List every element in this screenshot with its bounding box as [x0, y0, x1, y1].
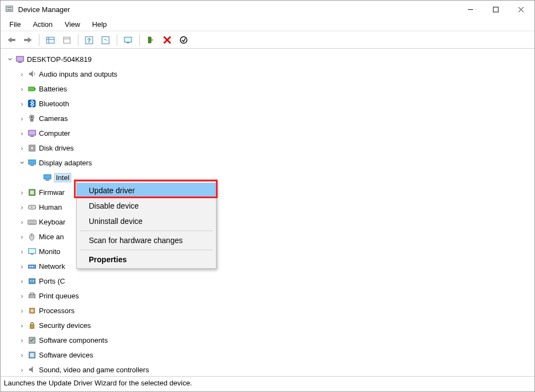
- tree-node-label: Software components: [39, 336, 108, 344]
- context-menu-item[interactable]: Update driver: [77, 183, 216, 198]
- chevron-right-icon[interactable]: ›: [18, 204, 26, 211]
- context-menu-item[interactable]: Disable device: [77, 198, 216, 214]
- tree-node[interactable]: ›Print queues: [3, 289, 532, 303]
- chevron-right-icon[interactable]: ›: [18, 307, 26, 315]
- svg-rect-4: [493, 7, 498, 12]
- svg-rect-26: [35, 88, 36, 90]
- chevron-right-icon[interactable]: ›: [18, 351, 26, 359]
- chevron-right-icon[interactable]: ›: [18, 322, 26, 330]
- tree-node[interactable]: ›Sound, video and game controllers: [3, 362, 532, 376]
- sound-icon: [27, 365, 37, 375]
- toolbar-separator: [39, 34, 39, 46]
- disk-icon: [27, 143, 37, 153]
- chevron-right-icon[interactable]: ›: [18, 263, 26, 270]
- scan-button[interactable]: [98, 33, 113, 47]
- titlebar: Device Manager: [1, 1, 534, 18]
- chevron-down-icon[interactable]: ⌄: [6, 53, 14, 62]
- forward-button[interactable]: [20, 33, 36, 47]
- svg-rect-18: [127, 42, 129, 43]
- disable-button[interactable]: [176, 33, 191, 47]
- close-button[interactable]: [508, 1, 533, 18]
- tree-node[interactable]: ›Computer: [3, 126, 532, 141]
- svg-rect-36: [30, 165, 34, 166]
- svg-rect-2: [7, 9, 12, 10]
- svg-rect-64: [30, 353, 34, 357]
- svg-rect-23: [16, 56, 24, 61]
- chevron-right-icon[interactable]: ›: [18, 145, 26, 152]
- chevron-right-icon[interactable]: ›: [18, 115, 26, 123]
- chevron-right-icon[interactable]: ›: [18, 292, 26, 300]
- camera-icon: [27, 114, 37, 124]
- context-menu-item[interactable]: Properties: [77, 252, 216, 267]
- chevron-right-icon[interactable]: ›: [18, 71, 26, 78]
- menu-file[interactable]: File: [4, 19, 26, 30]
- menu-action[interactable]: Action: [27, 19, 58, 30]
- chevron-down-icon[interactable]: ⌄: [18, 156, 26, 166]
- tree-node-label: Keyboar: [39, 218, 65, 226]
- svg-rect-17: [124, 37, 132, 42]
- tree-node[interactable]: ›Ports (C: [3, 274, 532, 289]
- chevron-right-icon[interactable]: ›: [18, 130, 26, 137]
- tree-node[interactable]: ›Software devices: [3, 348, 532, 362]
- menu-view[interactable]: View: [59, 19, 86, 30]
- back-button[interactable]: [4, 33, 19, 47]
- svg-rect-58: [30, 298, 34, 299]
- update-driver-button[interactable]: [143, 33, 158, 47]
- tree-node[interactable]: ›Security devices: [3, 318, 532, 333]
- show-hidden-button[interactable]: [43, 33, 58, 47]
- tree-node-label: Monito: [39, 247, 60, 256]
- uninstall-button[interactable]: [160, 33, 175, 47]
- svg-rect-16: [102, 37, 109, 44]
- svg-rect-60: [31, 309, 33, 312]
- chevron-right-icon[interactable]: ›: [18, 278, 26, 285]
- chevron-right-icon[interactable]: ›: [18, 337, 26, 344]
- minimize-button[interactable]: [458, 1, 483, 18]
- svg-rect-48: [29, 249, 36, 253]
- tree-node[interactable]: ›Processors: [3, 303, 532, 318]
- tree-node[interactable]: ⌄DESKTOP-504K819: [3, 52, 532, 67]
- svg-rect-38: [45, 180, 49, 181]
- window-title: Device Manager: [18, 5, 458, 14]
- tree-node-label: Bluetooth: [39, 100, 69, 108]
- device-tree[interactable]: ⌄DESKTOP-504K819›Audio inputs and output…: [1, 49, 534, 376]
- svg-point-54: [30, 280, 31, 281]
- maximize-button[interactable]: [483, 1, 508, 18]
- svg-point-34: [30, 147, 33, 150]
- tree-node[interactable]: ›Disk drives: [3, 141, 532, 155]
- tree-node[interactable]: ›Bluetooth: [3, 96, 532, 111]
- svg-rect-25: [29, 87, 35, 91]
- svg-rect-31: [29, 130, 36, 135]
- tree-node-label: Software devices: [39, 351, 93, 359]
- svg-point-22: [180, 37, 187, 43]
- context-menu-item[interactable]: Scan for hardware changes: [77, 233, 216, 248]
- svg-rect-56: [29, 295, 35, 298]
- chevron-right-icon[interactable]: ›: [18, 100, 26, 108]
- tree-node[interactable]: ⌄Display adapters: [3, 155, 532, 170]
- chevron-right-icon[interactable]: ›: [18, 218, 26, 226]
- chevron-right-icon[interactable]: ›: [18, 189, 26, 197]
- tree-node-label: Security devices: [39, 321, 91, 330]
- tree-node[interactable]: ›Cameras: [3, 111, 532, 126]
- menu-help[interactable]: Help: [87, 19, 112, 30]
- svg-rect-57: [30, 293, 34, 295]
- svg-rect-49: [31, 253, 33, 255]
- action-button[interactable]: [59, 33, 75, 47]
- tree-node[interactable]: ›Software components: [3, 333, 532, 348]
- toolbar-separator: [139, 34, 140, 46]
- network-icon: [27, 262, 37, 272]
- tree-node[interactable]: ›Batteries: [3, 82, 532, 96]
- svg-rect-32: [30, 136, 34, 137]
- tree-node-label: Ports (C: [39, 277, 65, 285]
- chevron-right-icon[interactable]: ›: [18, 85, 26, 93]
- chevron-right-icon[interactable]: ›: [18, 366, 26, 374]
- tree-node-label: Cameras: [39, 114, 68, 123]
- context-menu-item[interactable]: Uninstall device: [77, 214, 216, 229]
- tree-node[interactable]: ›Audio inputs and outputs: [3, 67, 532, 82]
- tree-node-label: Sound, video and game controllers: [39, 366, 149, 374]
- help-button[interactable]: ?: [82, 33, 97, 47]
- mouse-icon: [27, 232, 37, 242]
- monitor-button[interactable]: [121, 33, 136, 47]
- svg-text:?: ?: [87, 37, 91, 44]
- chevron-right-icon[interactable]: ›: [18, 248, 26, 256]
- chevron-right-icon[interactable]: ›: [18, 233, 26, 241]
